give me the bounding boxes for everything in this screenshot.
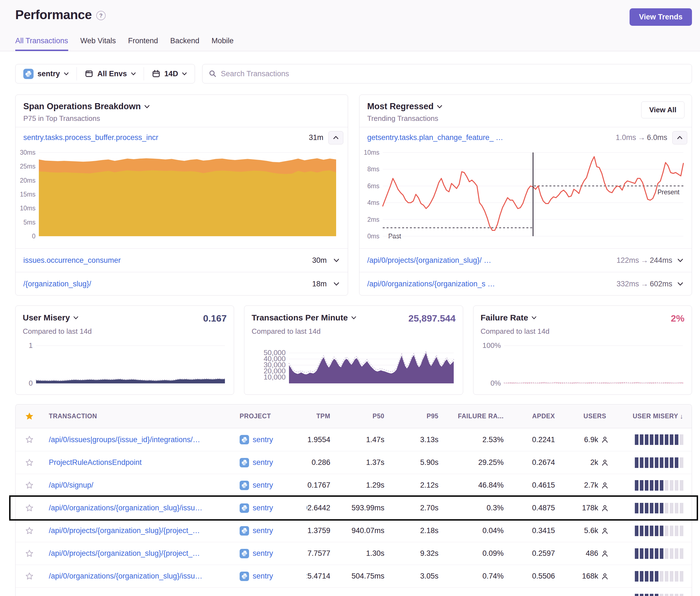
p50-value: 1.30s (343, 549, 397, 558)
transaction-link[interactable]: /api/0/organizations/{organization_slug}… (49, 504, 202, 512)
project-filter[interactable]: sentry (16, 64, 77, 83)
table-row[interactable]: /api/0/organizations/{organization_slug}… (16, 565, 692, 588)
page-filters: sentry All Envs 14D (15, 64, 195, 83)
project-link[interactable]: sentry (253, 572, 273, 580)
expand-chevron-down-icon[interactable] (677, 258, 683, 262)
project-link[interactable]: sentry (253, 436, 273, 444)
tab-all-transactions[interactable]: All Transactions (15, 36, 68, 51)
table-row[interactable] (16, 588, 692, 596)
project-link[interactable]: sentry (253, 458, 273, 467)
favorite-star-icon[interactable] (16, 435, 43, 444)
svg-text:1: 1 (29, 343, 33, 349)
span-op-link[interactable]: issues.occurrence_consumer (23, 256, 312, 265)
view-all-button[interactable]: View All (641, 101, 684, 119)
project-filter-label: sentry (38, 70, 60, 78)
table-row[interactable]: /api/0/signup/sentry0.17671.29s2.12s46.8… (16, 474, 692, 496)
failure-rate-value: 0.3% (451, 504, 516, 512)
help-icon[interactable]: ? (96, 11, 106, 20)
favorite-star-icon[interactable] (16, 549, 43, 558)
favorite-star-icon[interactable] (16, 458, 43, 467)
tab-frontend[interactable]: Frontend (128, 36, 158, 51)
expand-chevron-down-icon[interactable] (677, 282, 683, 286)
transaction-link[interactable]: ProjectRuleActionsEndpoint (49, 458, 142, 467)
python-project-icon (240, 503, 249, 513)
chevron-down-icon (182, 72, 187, 76)
column-header-users[interactable]: USERS (568, 413, 619, 420)
column-header-apdex[interactable]: APDEX (516, 413, 568, 420)
svg-text:0: 0 (32, 233, 35, 240)
table-row[interactable]: /api/0/organizations/{organization_slug}… (16, 496, 692, 519)
widget-subtitle: Compared to last 14d (23, 327, 227, 336)
apdex-value: 0.2241 (516, 436, 568, 444)
tpm-value: 1.9554 (307, 436, 343, 444)
user-misery-dropdown[interactable]: User Misery (23, 313, 203, 322)
environment-filter[interactable]: All Envs (77, 64, 144, 83)
collapse-button[interactable] (672, 131, 687, 145)
user-icon (601, 527, 609, 535)
regressed-row: /api/0/projects/{organization_slug}/ … 1… (359, 249, 692, 272)
transaction-link[interactable]: /api/0/issues|groups/{issue_id}/integrat… (49, 436, 200, 444)
search-box[interactable] (202, 64, 692, 83)
favorites-header-star-icon[interactable] (16, 412, 43, 421)
transaction-link[interactable]: /api/0/organizations/{organization_s … (367, 280, 617, 288)
failure-rate-dropdown[interactable]: Failure Rate (481, 313, 671, 322)
search-input[interactable] (221, 70, 685, 78)
panel-title: Span Operations Breakdown (23, 101, 141, 111)
column-header-user-misery[interactable]: USER MISERY↓ (619, 413, 692, 420)
tab-backend[interactable]: Backend (170, 36, 199, 51)
column-header-p50[interactable]: P50 (343, 413, 397, 420)
transaction-link[interactable]: /api/0/projects/{organization_slug}/{pro… (49, 549, 200, 558)
span-op-link[interactable]: /{organization_slug}/ (23, 280, 312, 288)
column-header-project[interactable]: PROJECT (234, 413, 307, 420)
most-regressed-title-dropdown[interactable]: Most Regressed (367, 101, 684, 111)
user-misery-bars (619, 571, 692, 581)
widget-subtitle: Compared to last 14d (252, 327, 455, 336)
transaction-link[interactable]: /api/0/projects/{organization_slug}/ … (367, 256, 617, 265)
column-header-tpm[interactable]: TPM (307, 413, 343, 420)
table-row[interactable]: /api/0/issues|groups/{issue_id}/integrat… (16, 428, 692, 451)
panel-title: Most Regressed (367, 101, 433, 111)
apdex-value: 0.2674 (516, 458, 568, 467)
chevron-down-icon (531, 316, 536, 320)
project-link[interactable]: sentry (253, 549, 273, 558)
svg-text:0ms: 0ms (368, 233, 379, 240)
span-op-link[interactable]: sentry.tasks.process_buffer.process_incr (23, 133, 309, 142)
favorite-star-icon[interactable] (16, 526, 43, 535)
transaction-link[interactable]: getsentry.tasks.plan_change_feature_ … (367, 133, 616, 142)
table-row[interactable]: /api/0/projects/{organization_slug}/{pro… (16, 542, 692, 565)
date-range-filter[interactable]: 14D (144, 64, 195, 83)
tab-web-vitals[interactable]: Web Vitals (80, 36, 116, 51)
span-ops-expanded-row: sentry.tasks.process_buffer.process_incr… (16, 127, 348, 148)
user-misery-bars (619, 434, 692, 445)
transaction-link[interactable]: /api/0/organizations/{organization_slug}… (49, 572, 202, 580)
tab-mobile[interactable]: Mobile (211, 36, 234, 51)
arrow-right-icon: → (636, 133, 647, 141)
project-link[interactable]: sentry (253, 481, 273, 490)
favorite-star-icon[interactable] (16, 572, 43, 581)
collapse-button[interactable] (328, 131, 343, 145)
page-title: Performance (15, 7, 92, 22)
project-link[interactable]: sentry (253, 526, 273, 535)
transaction-link[interactable]: /api/0/projects/{organization_slug}/{pro… (49, 526, 200, 535)
favorite-star-icon[interactable] (16, 481, 43, 490)
p95-value: 2.70s (397, 504, 451, 512)
column-header-transaction[interactable]: TRANSACTION (43, 413, 234, 420)
column-header-failure-rate[interactable]: FAILURE RA... (451, 413, 516, 420)
project-link[interactable]: sentry (253, 504, 273, 512)
panel-subtitle: P75 in Top Transactions (23, 114, 340, 123)
expand-chevron-down-icon[interactable] (333, 258, 340, 262)
span-ops-title-dropdown[interactable]: Span Operations Breakdown (23, 101, 340, 111)
expand-chevron-down-icon[interactable] (333, 282, 340, 286)
tpm-dropdown[interactable]: Transactions Per Minute (252, 313, 408, 322)
widget-value: 25,897.544 (408, 313, 455, 324)
transaction-link[interactable]: /api/0/signup/ (49, 481, 94, 490)
svg-text:8ms: 8ms (368, 165, 379, 173)
view-trends-button[interactable]: View Trends (629, 8, 692, 26)
favorite-star-icon[interactable] (16, 504, 43, 513)
p95-value: 3.13s (397, 436, 451, 444)
table-row[interactable]: /api/0/projects/{organization_slug}/{pro… (16, 519, 692, 542)
span-op-duration: 18m (312, 280, 327, 288)
table-row[interactable]: ProjectRuleActionsEndpointsentry0.2861.3… (16, 451, 692, 474)
column-header-p95[interactable]: P95 (397, 413, 451, 420)
user-icon (601, 550, 609, 558)
